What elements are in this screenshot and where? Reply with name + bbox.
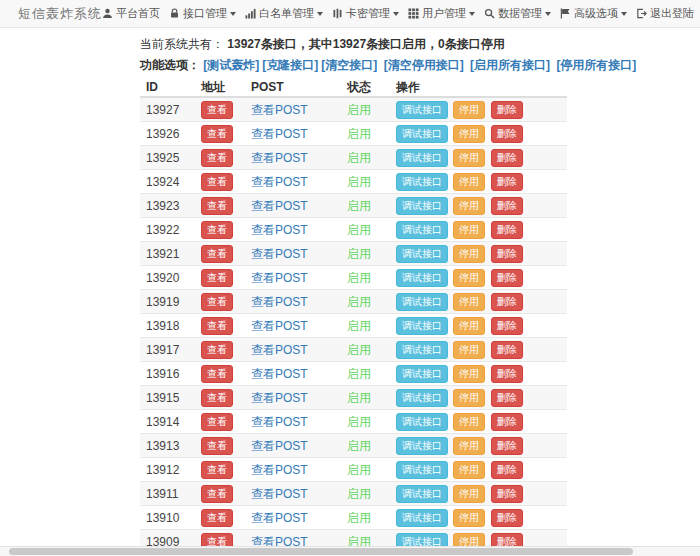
- view-post-link[interactable]: 查看POST: [251, 463, 308, 477]
- disable-api-button[interactable]: 停用: [453, 101, 485, 119]
- view-post-link[interactable]: 查看POST: [251, 511, 308, 525]
- view-post-link[interactable]: 查看POST: [251, 487, 308, 501]
- debug-api-button[interactable]: 调试接口: [396, 197, 448, 215]
- delete-api-button[interactable]: 删除: [491, 341, 523, 359]
- scrollbar-thumb[interactable]: [9, 548, 633, 555]
- view-address-button[interactable]: 查看: [201, 293, 233, 311]
- disable-api-button[interactable]: 停用: [453, 485, 485, 503]
- view-address-button[interactable]: 查看: [201, 341, 233, 359]
- debug-api-button[interactable]: 调试接口: [396, 269, 448, 287]
- disable-api-button[interactable]: 停用: [453, 341, 485, 359]
- view-post-link[interactable]: 查看POST: [251, 103, 308, 117]
- view-address-button[interactable]: 查看: [201, 197, 233, 215]
- view-post-link[interactable]: 查看POST: [251, 151, 308, 165]
- debug-api-button[interactable]: 调试接口: [396, 317, 448, 335]
- view-post-link[interactable]: 查看POST: [251, 199, 308, 213]
- delete-api-button[interactable]: 删除: [491, 413, 523, 431]
- disable-api-button[interactable]: 停用: [453, 197, 485, 215]
- delete-api-button[interactable]: 删除: [491, 509, 523, 527]
- view-address-button[interactable]: 查看: [201, 221, 233, 239]
- delete-api-button[interactable]: 删除: [491, 101, 523, 119]
- delete-api-button[interactable]: 删除: [491, 485, 523, 503]
- disable-api-button[interactable]: 停用: [453, 413, 485, 431]
- option-disable-all-api[interactable]: [停用所有接口]: [556, 58, 636, 72]
- view-post-link[interactable]: 查看POST: [251, 175, 308, 189]
- view-post-link[interactable]: 查看POST: [251, 391, 308, 405]
- option-clone-api[interactable]: [克隆接口]: [262, 58, 318, 72]
- view-post-link[interactable]: 查看POST: [251, 439, 308, 453]
- delete-api-button[interactable]: 删除: [491, 173, 523, 191]
- disable-api-button[interactable]: 停用: [453, 245, 485, 263]
- view-address-button[interactable]: 查看: [201, 269, 233, 287]
- delete-api-button[interactable]: 删除: [491, 125, 523, 143]
- delete-api-button[interactable]: 删除: [491, 221, 523, 239]
- disable-api-button[interactable]: 停用: [453, 365, 485, 383]
- delete-api-button[interactable]: 删除: [491, 437, 523, 455]
- delete-api-button[interactable]: 删除: [491, 269, 523, 287]
- delete-api-button[interactable]: 删除: [491, 245, 523, 263]
- debug-api-button[interactable]: 调试接口: [396, 437, 448, 455]
- nav-item-api[interactable]: 接口管理: [169, 6, 236, 21]
- view-address-button[interactable]: 查看: [201, 413, 233, 431]
- disable-api-button[interactable]: 停用: [453, 221, 485, 239]
- delete-api-button[interactable]: 删除: [491, 365, 523, 383]
- nav-item-cardkey[interactable]: 卡密管理: [332, 6, 399, 21]
- delete-api-button[interactable]: 删除: [491, 389, 523, 407]
- horizontal-scrollbar[interactable]: [0, 546, 700, 556]
- disable-api-button[interactable]: 停用: [453, 437, 485, 455]
- debug-api-button[interactable]: 调试接口: [396, 389, 448, 407]
- disable-api-button[interactable]: 停用: [453, 389, 485, 407]
- disable-api-button[interactable]: 停用: [453, 269, 485, 287]
- nav-item-users[interactable]: 用户管理: [408, 6, 475, 21]
- debug-api-button[interactable]: 调试接口: [396, 461, 448, 479]
- view-post-link[interactable]: 查看POST: [251, 343, 308, 357]
- debug-api-button[interactable]: 调试接口: [396, 221, 448, 239]
- option-test-bomb[interactable]: [测试轰炸]: [203, 58, 259, 72]
- nav-item-home[interactable]: 平台首页: [102, 6, 160, 21]
- app-brand[interactable]: 短信轰炸系统: [18, 5, 102, 23]
- view-post-link[interactable]: 查看POST: [251, 271, 308, 285]
- disable-api-button[interactable]: 停用: [453, 461, 485, 479]
- view-post-link[interactable]: 查看POST: [251, 223, 308, 237]
- delete-api-button[interactable]: 删除: [491, 317, 523, 335]
- debug-api-button[interactable]: 调试接口: [396, 149, 448, 167]
- debug-api-button[interactable]: 调试接口: [396, 293, 448, 311]
- nav-item-whitelist[interactable]: 白名单管理: [245, 6, 323, 21]
- debug-api-button[interactable]: 调试接口: [396, 365, 448, 383]
- view-post-link[interactable]: 查看POST: [251, 127, 308, 141]
- debug-api-button[interactable]: 调试接口: [396, 101, 448, 119]
- option-clear-disabled-api[interactable]: [清空停用接口]: [384, 58, 464, 72]
- disable-api-button[interactable]: 停用: [453, 125, 485, 143]
- option-enable-all-api[interactable]: [启用所有接口]: [470, 58, 550, 72]
- delete-api-button[interactable]: 删除: [491, 293, 523, 311]
- debug-api-button[interactable]: 调试接口: [396, 245, 448, 263]
- debug-api-button[interactable]: 调试接口: [396, 341, 448, 359]
- nav-item-logout[interactable]: 退出登陆: [636, 6, 694, 21]
- delete-api-button[interactable]: 删除: [491, 197, 523, 215]
- view-address-button[interactable]: 查看: [201, 101, 233, 119]
- debug-api-button[interactable]: 调试接口: [396, 509, 448, 527]
- view-address-button[interactable]: 查看: [201, 149, 233, 167]
- view-address-button[interactable]: 查看: [201, 509, 233, 527]
- disable-api-button[interactable]: 停用: [453, 173, 485, 191]
- view-address-button[interactable]: 查看: [201, 245, 233, 263]
- delete-api-button[interactable]: 删除: [491, 461, 523, 479]
- view-address-button[interactable]: 查看: [201, 173, 233, 191]
- view-post-link[interactable]: 查看POST: [251, 295, 308, 309]
- nav-item-advanced[interactable]: 高级选项: [560, 6, 627, 21]
- debug-api-button[interactable]: 调试接口: [396, 173, 448, 191]
- view-address-button[interactable]: 查看: [201, 125, 233, 143]
- disable-api-button[interactable]: 停用: [453, 149, 485, 167]
- view-address-button[interactable]: 查看: [201, 485, 233, 503]
- debug-api-button[interactable]: 调试接口: [396, 413, 448, 431]
- view-post-link[interactable]: 查看POST: [251, 247, 308, 261]
- nav-item-data[interactable]: 数据管理: [484, 6, 551, 21]
- view-post-link[interactable]: 查看POST: [251, 319, 308, 333]
- view-address-button[interactable]: 查看: [201, 437, 233, 455]
- disable-api-button[interactable]: 停用: [453, 293, 485, 311]
- view-address-button[interactable]: 查看: [201, 317, 233, 335]
- view-post-link[interactable]: 查看POST: [251, 367, 308, 381]
- disable-api-button[interactable]: 停用: [453, 317, 485, 335]
- view-address-button[interactable]: 查看: [201, 461, 233, 479]
- debug-api-button[interactable]: 调试接口: [396, 485, 448, 503]
